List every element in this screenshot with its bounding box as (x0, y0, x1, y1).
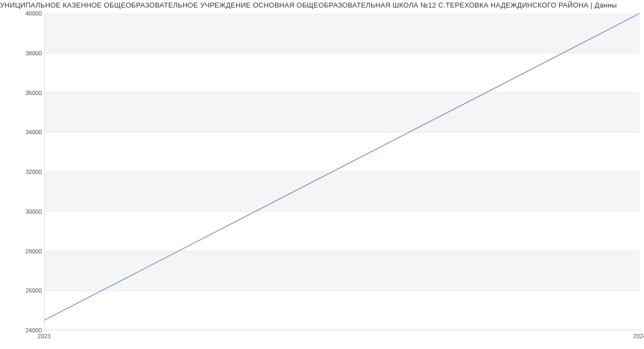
y-tick-label: 38000 (10, 50, 42, 56)
chart-svg (44, 13, 640, 330)
chart-container: УНИЦИПАЛЬНОЕ КАЗЕННОЕ ОБЩЕОБРАЗОВАТЕЛЬНО… (0, 0, 644, 349)
x-tick-label: 2024 (633, 333, 644, 339)
y-tick-label: 34000 (10, 129, 42, 135)
x-tick-label: 2023 (38, 333, 50, 339)
y-tick-label: 30000 (10, 208, 42, 215)
plot-area (44, 13, 640, 330)
svg-rect-2 (44, 93, 640, 133)
svg-rect-0 (44, 251, 640, 291)
y-tick-label: 32000 (10, 169, 42, 175)
svg-rect-3 (44, 13, 640, 53)
grid-bands (44, 13, 640, 290)
y-tick-label: 40000 (10, 10, 42, 17)
chart-title: УНИЦИПАЛЬНОЕ КАЗЕННОЕ ОБЩЕОБРАЗОВАТЕЛЬНО… (0, 1, 644, 9)
y-tick-label: 36000 (10, 90, 42, 96)
y-tick-label: 28000 (10, 248, 42, 255)
svg-rect-1 (44, 172, 640, 212)
y-tick-label: 26000 (10, 287, 42, 294)
